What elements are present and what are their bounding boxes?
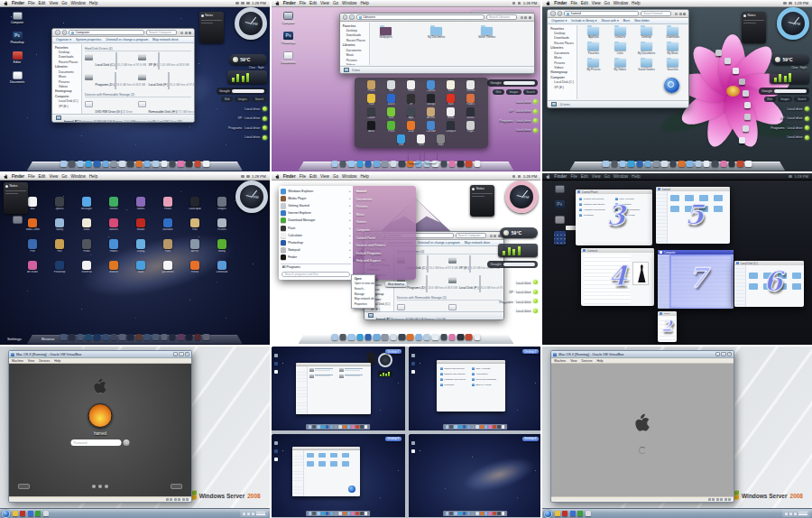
search-input[interactable] [232, 89, 264, 93]
control-panel-item[interactable]: Hardware and Sound [440, 378, 472, 381]
space-quadrant-4[interactable]: Desktop 4 [409, 434, 541, 518]
start-menu-item[interactable]: Photoshop ▸ [281, 239, 351, 246]
vm-menu-item[interactable]: Devices [39, 359, 50, 363]
command-bar-item[interactable]: Organize ▾ [56, 38, 71, 42]
sleep-icon[interactable] [92, 485, 96, 488]
launchpad-app[interactable]: Web [394, 134, 408, 146]
user-folder[interactable]: Favorites [580, 42, 606, 55]
back-button[interactable]: ‹ [343, 14, 348, 20]
photoshop-icon[interactable] [274, 362, 279, 365]
context-menu-item[interactable]: Open in new window [352, 282, 374, 287]
back-button[interactable]: ‹ [55, 30, 60, 35]
search-button[interactable]: Images [235, 97, 250, 102]
library-item[interactable]: Wallpapers [373, 27, 400, 60]
menu-item[interactable]: File [570, 174, 577, 179]
launchpad-app[interactable]: WordPad [80, 261, 94, 274]
launchpad-app[interactable]: Media Center [26, 218, 40, 232]
menu-item[interactable]: Edit [581, 1, 588, 5]
menu-clock[interactable]: 1:28 PM [523, 1, 538, 5]
desktop-icon-computer[interactable]: Computer [5, 12, 29, 24]
menu-item[interactable]: File [28, 1, 34, 5]
desktop-icon[interactable] [548, 185, 571, 193]
menu-item[interactable]: Edit [309, 1, 317, 5]
dock-icon[interactable] [331, 334, 338, 341]
status-icon[interactable] [789, 2, 792, 5]
tray-icon[interactable] [789, 513, 792, 515]
dock-icon[interactable] [728, 161, 735, 168]
menu-item[interactable]: View [592, 174, 601, 179]
folder-icon[interactable] [670, 206, 679, 212]
dock-icon[interactable] [432, 334, 439, 341]
shutdown-icon[interactable] [105, 485, 108, 488]
window-buttons[interactable] [521, 16, 531, 19]
dock-icon[interactable] [390, 161, 397, 168]
dock-icon[interactable] [77, 334, 84, 341]
clock-widget[interactable]: PM [235, 180, 268, 213]
space-quadrant-2[interactable]: Desktop 2 System and SecurityUser Accoun… [409, 347, 541, 430]
close-button[interactable] [180, 32, 183, 34]
launchpad-app[interactable]: Media [444, 107, 457, 119]
start-search-input[interactable]: Search programs and files [281, 272, 350, 278]
launchpad-app[interactable]: Safari [404, 121, 418, 133]
dock-icon[interactable] [135, 334, 143, 341]
active-app-name[interactable]: Finder [283, 1, 296, 5]
menu-item[interactable]: Edit [38, 174, 45, 179]
dock-icon[interactable] [85, 161, 92, 168]
launchpad-app[interactable]: Banners [107, 218, 121, 232]
taskbar-clock[interactable] [256, 512, 265, 515]
desktop-icon-photoshop[interactable]: PsPhotoshop [277, 32, 300, 44]
dock-icon[interactable] [77, 161, 84, 168]
notes-widget[interactable]: Notes [470, 185, 494, 217]
launchpad-app[interactable]: Downloads [216, 261, 229, 274]
taskbar-icon[interactable] [35, 511, 41, 516]
minimize-button[interactable] [524, 16, 527, 19]
tray-icon[interactable] [252, 513, 254, 515]
launchpad-app[interactable]: Documents [161, 261, 175, 274]
launchpad-app[interactable]: Speech [53, 197, 67, 210]
vm-menu-item[interactable]: Help [54, 359, 60, 363]
start-right-item[interactable]: Computer [356, 228, 412, 232]
status-icon[interactable] [246, 175, 250, 179]
desktop-icon-editor[interactable]: Editor [5, 51, 29, 64]
dock-icon[interactable] [423, 334, 430, 341]
active-app-name[interactable]: Finder [554, 1, 567, 5]
status-icon[interactable] [241, 175, 245, 179]
drive-item[interactable]: Local Disk (C:)55.2 GB free of 97.6 GB [85, 53, 138, 69]
dock-icon[interactable] [85, 334, 92, 341]
dock-icon[interactable] [348, 334, 355, 341]
status-icon[interactable] [241, 2, 245, 5]
dock-icon[interactable] [186, 161, 193, 168]
menu-item[interactable]: Edit [309, 174, 317, 179]
command-bar-item[interactable]: New folder [634, 19, 650, 23]
dock-icon[interactable] [119, 334, 126, 341]
stack-item-icon[interactable] [715, 50, 722, 56]
dock-icon[interactable] [69, 334, 76, 341]
apple-menu-icon[interactable] [275, 174, 280, 179]
clock-widget[interactable] [378, 353, 392, 367]
window-thumb-4[interactable]: Contacts 4 [581, 248, 654, 306]
dock-icon[interactable] [415, 334, 422, 341]
close-button[interactable]: × [727, 352, 733, 356]
start-menu-item[interactable]: Paint ▸ [281, 224, 351, 231]
dock-icon[interactable] [331, 161, 338, 168]
start-menu-item[interactable]: Windows Explorer ▸ [281, 188, 351, 195]
start-menu-item[interactable]: Calculator ▸ [281, 232, 351, 239]
address-bar[interactable]: Computer [69, 30, 144, 35]
user-folder[interactable]: Contacts [607, 27, 633, 40]
shutdown-button[interactable]: Shut down ▸ [385, 282, 407, 287]
launchpad-app[interactable]: Petz [53, 239, 67, 253]
forward-button[interactable]: › [349, 14, 355, 20]
library-item[interactable]: Movie Themes [474, 27, 501, 60]
dock-icon[interactable] [102, 161, 109, 168]
dock-icon[interactable] [474, 334, 481, 341]
launchpad-app[interactable]: Art Studio [26, 261, 40, 274]
launchpad-app[interactable]: Print [26, 239, 40, 253]
launchpad-app[interactable]: Paint [161, 239, 175, 253]
equalizer-widget[interactable] [378, 371, 392, 377]
dock-icon[interactable] [194, 161, 201, 168]
dock-icon[interactable] [661, 161, 669, 168]
control-panel-item[interactable]: System and Security [440, 367, 472, 370]
taskbar-icon[interactable] [562, 511, 567, 516]
start-right-item[interactable]: hamed [356, 190, 412, 193]
control-panel-item[interactable]: Appearance [472, 373, 503, 375]
